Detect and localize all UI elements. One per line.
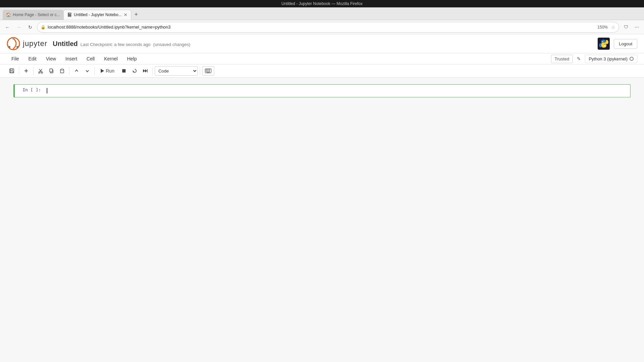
cell-prompt: In [ ]: [15, 85, 45, 95]
kernel-info: Python 3 (ipykernel) [585, 55, 637, 63]
run-icon [100, 69, 104, 73]
unsaved-text: (unsaved changes) [153, 42, 190, 47]
cell-type-select[interactable]: Code Markdown Raw NBConvert Heading [155, 66, 198, 76]
svg-rect-19 [61, 69, 63, 70]
svg-rect-17 [50, 69, 52, 72]
cell-row: In [ ]: [15, 85, 630, 97]
copy-button[interactable] [46, 66, 56, 76]
tab-home-label: Home Page - Select or c... [13, 12, 60, 17]
jupyter-header: jupyter Untitled Last Checkpoint: a few … [0, 34, 644, 53]
forward-button[interactable]: → [14, 22, 24, 32]
jupyter-toolbar: Run Code Markdown Raw [0, 64, 644, 78]
toolbar-sep-1 [19, 67, 19, 75]
menu-view[interactable]: View [41, 53, 61, 64]
menu-insert[interactable]: Insert [61, 53, 82, 64]
restart-icon [132, 68, 137, 74]
checkpoint-text: Last Checkpoint: a few seconds ago [80, 42, 150, 47]
cell-input-area[interactable] [45, 85, 630, 97]
svg-rect-27 [207, 70, 208, 71]
back-button[interactable]: ← [3, 22, 12, 32]
notebook-body: In [ ]: [0, 78, 644, 107]
browser-nav-bar: ← → ↻ 🔒 150% ☆ 🛡 ⋯ [0, 20, 644, 34]
svg-point-3 [16, 46, 18, 48]
tab-close-button[interactable]: ✕ [124, 12, 128, 17]
jupyter-title-area: Untitled Last Checkpoint: a few seconds … [53, 40, 190, 48]
tab-home-favicon: 🏠 [6, 12, 11, 17]
menu-file[interactable]: File [7, 53, 24, 64]
keyboard-icon [205, 69, 212, 73]
cut-icon [38, 68, 43, 74]
keyboard-shortcuts-button[interactable] [202, 66, 214, 76]
address-input[interactable] [48, 25, 594, 30]
address-bar-container: 🔒 150% ☆ [37, 22, 619, 33]
add-cell-icon [24, 68, 29, 74]
browser-tab-notebook[interactable]: 📓 Untitled - Jupyter Notebo... ✕ [63, 10, 132, 20]
zoom-level: 150% [596, 25, 609, 30]
stop-button[interactable] [119, 66, 129, 76]
svg-point-2 [8, 46, 10, 48]
browser-titlebar: Untitled - Jupyter Notebook — Mozilla Fi… [0, 0, 644, 7]
move-up-button[interactable] [72, 66, 82, 76]
svg-rect-28 [209, 70, 210, 71]
cut-button[interactable] [36, 66, 46, 76]
move-down-button[interactable] [82, 66, 92, 76]
svg-rect-26 [206, 70, 207, 71]
run-label: Run [106, 68, 114, 74]
svg-point-5 [602, 41, 603, 42]
svg-point-6 [604, 45, 605, 46]
new-tab-button[interactable]: + [131, 10, 141, 19]
extensions-button[interactable]: ⋯ [632, 22, 641, 32]
svg-rect-21 [122, 69, 126, 73]
svg-rect-29 [206, 71, 207, 72]
kernel-status-circle [630, 57, 634, 61]
tab-notebook-label: Untitled - Jupyter Notebo... [74, 12, 122, 17]
fast-forward-button[interactable] [140, 66, 150, 76]
browser-tab-home[interactable]: 🏠 Home Page - Select or c... [3, 10, 63, 20]
toolbar-sep-6 [200, 67, 200, 75]
svg-marker-20 [101, 69, 104, 73]
python-logo [598, 38, 610, 50]
save-icon [9, 68, 14, 74]
jupyter-content: jupyter Untitled Last Checkpoint: a few … [0, 34, 644, 362]
refresh-button[interactable]: ↻ [26, 22, 35, 32]
svg-rect-30 [207, 71, 208, 72]
menu-right: Trusted ✎ Python 3 (ipykernel) [551, 55, 637, 63]
menu-help[interactable]: Help [122, 53, 141, 64]
browser-extras: 🛡 ⋯ [621, 22, 641, 32]
fast-forward-icon [143, 68, 148, 74]
toolbar-sep-3 [69, 67, 70, 75]
restart-button[interactable] [130, 66, 140, 76]
move-down-icon [85, 68, 90, 74]
edit-notebook-name-button[interactable]: ✎ [576, 55, 582, 63]
run-button[interactable]: Run [97, 66, 118, 76]
logout-button[interactable]: Logout [614, 39, 637, 49]
browser-title: Untitled - Jupyter Notebook — Mozilla Fi… [281, 1, 362, 6]
jupyter-logo-text: jupyter [23, 39, 47, 48]
browser-tabs-bar: 🏠 Home Page - Select or c... 📓 Untitled … [0, 7, 644, 20]
menu-items: File Edit View Insert Cell Kernel Help [7, 53, 141, 64]
menu-cell[interactable]: Cell [82, 53, 99, 64]
code-cell[interactable]: In [ ]: [13, 84, 631, 97]
stop-icon [122, 69, 126, 73]
jupyter-menubar: File Edit View Insert Cell Kernel Help T… [0, 53, 644, 64]
svg-rect-31 [209, 71, 210, 72]
trusted-button[interactable]: Trusted [551, 55, 573, 63]
toolbar-sep-4 [94, 67, 95, 75]
svg-marker-23 [145, 69, 147, 73]
add-cell-button[interactable] [21, 66, 31, 76]
save-button[interactable] [7, 66, 17, 76]
svg-point-1 [12, 38, 14, 40]
security-icon: 🔒 [41, 25, 46, 30]
bookmark-button[interactable]: ☆ [611, 25, 615, 30]
toolbar-sep-5 [152, 67, 153, 75]
notebook-name[interactable]: Untitled [53, 40, 78, 48]
kernel-name: Python 3 (ipykernel) [589, 56, 628, 61]
move-up-icon [74, 68, 79, 74]
cell-cursor [47, 88, 47, 93]
menu-kernel[interactable]: Kernel [99, 53, 122, 64]
menu-edit[interactable]: Edit [24, 53, 41, 64]
svg-rect-32 [206, 72, 210, 73]
paste-button[interactable] [57, 66, 67, 76]
svg-marker-22 [143, 69, 145, 73]
shield-button[interactable]: 🛡 [621, 22, 631, 32]
